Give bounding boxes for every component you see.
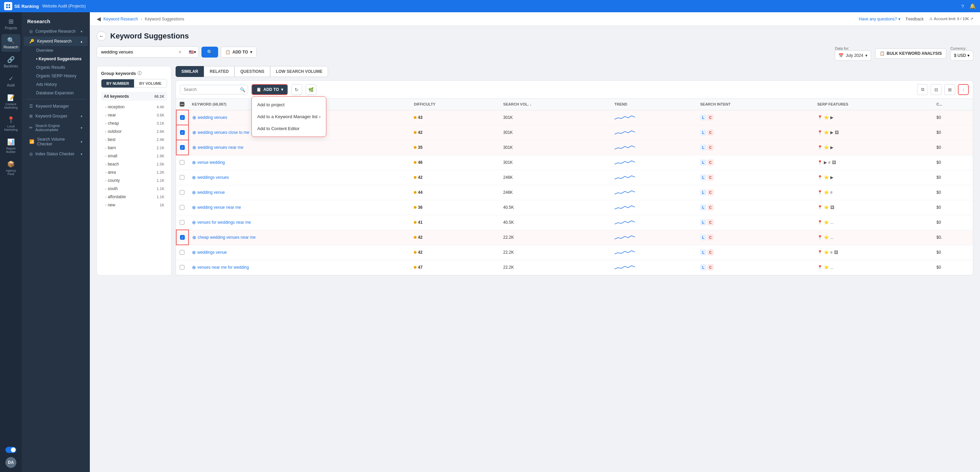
tab-low-volume[interactable]: LOW SEARCH VOLUME: [270, 66, 328, 77]
row-checkbox[interactable]: [180, 220, 185, 225]
group-item-barn[interactable]: ›barn2.1K: [101, 144, 167, 152]
add-to-button-main[interactable]: 📋 ADD TO ▾: [221, 47, 256, 57]
row-checkbox[interactable]: [180, 250, 185, 255]
dropdown-add-content-editor[interactable]: Add to Content Editor: [252, 123, 326, 134]
group-item-best[interactable]: ›best2.4K: [101, 136, 167, 144]
keyword-link[interactable]: ⊕ weddings venue: [192, 250, 407, 255]
search-flag-btn[interactable]: 🇺🇸▾: [189, 50, 196, 54]
group-item-outdoor[interactable]: ›outdoor2.6K: [101, 128, 167, 136]
group-item-small[interactable]: ›small1.9K: [101, 152, 167, 160]
breadcrumb-toggle[interactable]: ◀: [97, 16, 101, 22]
export-button[interactable]: ↑: [958, 84, 969, 95]
groups-tab-number[interactable]: BY NUMBER: [102, 79, 134, 88]
search-button[interactable]: 🔍: [202, 47, 218, 57]
bell-icon[interactable]: 🔔: [969, 3, 976, 9]
currency-button[interactable]: $ USD ▾: [950, 50, 973, 61]
tab-related[interactable]: RELATED: [204, 66, 234, 77]
new-menu-toggle-wrap[interactable]: [3, 444, 19, 456]
plus-icon[interactable]: ⊕: [192, 250, 196, 255]
keyword-link[interactable]: ⊕ wedding venue near me: [192, 205, 407, 210]
group-item-reception[interactable]: ›reception4.4K: [101, 103, 167, 111]
plus-icon[interactable]: ⊕: [192, 115, 196, 120]
row-checkbox[interactable]: [180, 175, 185, 180]
plus-icon[interactable]: ⊕: [192, 265, 196, 270]
sidebar-item-keyword-research[interactable]: 🔑 Keyword Research ▴: [24, 37, 88, 46]
row-checkbox[interactable]: ✓: [180, 115, 185, 120]
group-item-area[interactable]: ›area1.2K: [101, 168, 167, 176]
feedback-button[interactable]: Feedback: [906, 17, 924, 21]
sidebar-item-content[interactable]: 📝 Content Marketing: [2, 91, 21, 112]
refresh-button[interactable]: ↻: [291, 84, 302, 95]
group-item-new[interactable]: ›new1K: [101, 201, 167, 209]
sidebar-item-local[interactable]: 📍 Local Marketing: [2, 113, 21, 134]
group-item-affordable[interactable]: ›affordable1.1K: [101, 193, 167, 201]
copy-button[interactable]: ⧉: [917, 84, 928, 95]
plus-icon[interactable]: ⊕: [192, 190, 196, 195]
sidebar-sub-kw-suggestions[interactable]: Keyword Suggestions: [24, 55, 88, 63]
search-input[interactable]: [97, 46, 199, 57]
app-logo[interactable]: SE Ranking: [4, 2, 39, 10]
sidebar-item-projects[interactable]: ⊞ Projects: [2, 15, 21, 33]
sidebar-sub-ads[interactable]: Ads History: [24, 80, 88, 89]
sidebar-sub-serp-history[interactable]: Organic SERP History: [24, 72, 88, 80]
keyword-link[interactable]: ⊕ wedding venues near me: [192, 145, 407, 150]
sidebar-item-research[interactable]: 🔍 Research: [2, 34, 21, 52]
sidebar-item-keyword-manager[interactable]: ☰ Keyword Manager: [24, 102, 88, 111]
sidebar-item-index-checker[interactable]: ◎ Index Status Checker ▾: [24, 149, 88, 159]
keyword-link[interactable]: ⊕ venue wedding: [192, 160, 407, 165]
plus-icon[interactable]: ⊕: [192, 160, 196, 165]
sidebar-item-audit[interactable]: ✓ Audit: [2, 72, 21, 90]
row-checkbox[interactable]: [180, 265, 185, 270]
row-checkbox[interactable]: ✓: [180, 130, 185, 135]
bulk-analysis-button[interactable]: 📋 BULK KEYWORD ANALYSIS: [875, 48, 946, 59]
plus-icon[interactable]: ⊕: [192, 234, 196, 240]
new-menu-toggle[interactable]: [5, 447, 16, 453]
group-item-near[interactable]: ›near3.6K: [101, 111, 167, 119]
plus-icon[interactable]: ⊕: [192, 130, 196, 135]
sidebar-item-volume-checker[interactable]: 📶 Search Volume Checker ▾: [24, 134, 88, 149]
keyword-link[interactable]: ⊕ venues for weddings near me: [192, 220, 407, 225]
help-icon[interactable]: ?: [961, 3, 964, 9]
sidebar-sub-organic[interactable]: Organic Results: [24, 63, 88, 72]
back-button[interactable]: ←: [97, 31, 106, 41]
avatar[interactable]: DA: [5, 457, 16, 468]
filter-cols-button[interactable]: ⊟: [931, 84, 942, 95]
sidebar-sub-db-expansion[interactable]: Database Expansion: [24, 89, 88, 97]
row-checkbox[interactable]: ✓: [180, 235, 185, 240]
row-checkbox[interactable]: [180, 160, 185, 165]
tab-questions[interactable]: QUESTIONS: [234, 66, 270, 77]
dropdown-add-project[interactable]: Add to project: [252, 99, 326, 111]
sidebar-item-agency[interactable]: 📦 Agency Pack: [2, 158, 21, 179]
plus-icon[interactable]: ⊕: [192, 145, 196, 150]
table-search-input[interactable]: [180, 85, 248, 94]
sidebar-item-autocomplete[interactable]: ✏ Search Engine Autocomplete ▾: [24, 121, 88, 134]
group-item-cheap[interactable]: ›cheap3.1K: [101, 119, 167, 128]
search-clear-icon[interactable]: ✕: [178, 50, 182, 54]
sidebar-sub-overview[interactable]: Overview: [24, 46, 88, 54]
row-checkbox[interactable]: [180, 205, 185, 210]
sidebar-item-report[interactable]: 📊 Report Builder: [2, 136, 21, 156]
sidebar-item-keyword-grouper[interactable]: ⊞ Keyword Grouper ▾: [24, 112, 88, 121]
row-checkbox[interactable]: ✓: [180, 145, 185, 150]
select-all-checkbox[interactable]: —: [180, 102, 185, 107]
breadcrumb-kw-research[interactable]: Keyword Research: [103, 17, 138, 21]
add-to-table-button[interactable]: 📋 ADD TO ▾: [251, 84, 288, 95]
sidebar-item-competitive[interactable]: ◎ Competitive Research ▾: [24, 27, 88, 36]
keyword-link[interactable]: ⊕ weddings venues: [192, 175, 407, 180]
plus-icon[interactable]: ⊕: [192, 175, 196, 180]
groups-tab-volume[interactable]: BY VOLUME: [134, 79, 167, 88]
group-item-county[interactable]: ›county1.1K: [101, 176, 167, 185]
tab-similar[interactable]: SIMILAR: [176, 66, 204, 77]
plus-icon[interactable]: ⊕: [192, 205, 196, 210]
row-checkbox[interactable]: [180, 190, 185, 195]
group-item-south[interactable]: ›south1.1K: [101, 185, 167, 193]
plus-icon[interactable]: ⊕: [192, 220, 196, 225]
have-questions-link[interactable]: Have any questions? ▾: [859, 17, 900, 21]
keyword-link[interactable]: ⊕ venues near me for wedding: [192, 265, 407, 270]
filter-button[interactable]: 🌿: [305, 84, 317, 95]
group-item-beach[interactable]: ›beach1.5K: [101, 160, 167, 168]
keyword-link[interactable]: ⊕ cheap wedding venues near me: [192, 234, 407, 240]
groups-all-keywords[interactable]: All keywords 68.1K: [101, 92, 167, 101]
sidebar-item-backlinks[interactable]: 🔗 Backlinks: [2, 53, 21, 71]
dropdown-add-kw-manager[interactable]: Add to a Keyword Manager list ›: [252, 111, 326, 123]
